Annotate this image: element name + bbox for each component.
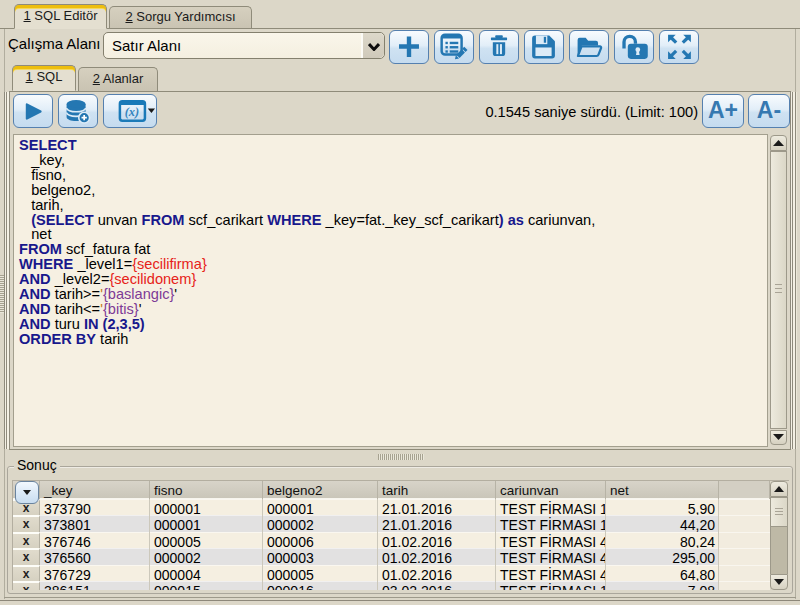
svg-text:(x): (x)	[125, 105, 140, 119]
